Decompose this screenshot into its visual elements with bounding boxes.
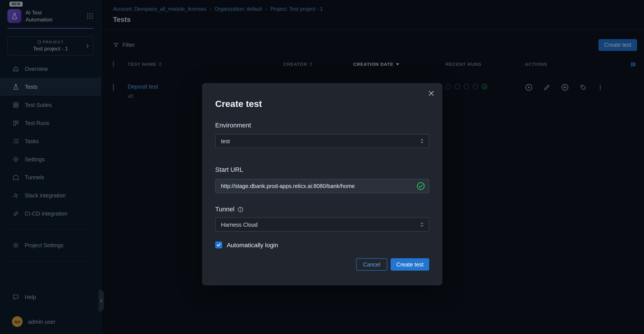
tunnel-label: Tunnel xyxy=(215,206,429,213)
tunnel-selected-value: Harness Cloud xyxy=(221,221,258,228)
auto-login-checkbox-row[interactable]: Automatically login xyxy=(215,241,429,248)
environment-selected-value: test xyxy=(221,138,230,144)
start-url-label: Start URL xyxy=(215,166,429,174)
modal-create-test-button[interactable]: Create test xyxy=(390,258,429,271)
environment-select[interactable]: test xyxy=(215,134,429,148)
auto-login-label: Automatically login xyxy=(227,241,278,248)
info-icon[interactable] xyxy=(237,206,244,213)
cancel-button[interactable]: Cancel xyxy=(356,258,387,271)
select-chevrons-icon xyxy=(420,221,424,228)
close-icon[interactable] xyxy=(428,90,435,97)
modal-actions: Cancel Create test xyxy=(215,258,429,271)
app-root: NEW AI Test Automation xyxy=(0,0,644,334)
modal-title: Create test xyxy=(215,99,429,109)
url-valid-check-icon xyxy=(416,182,425,191)
tunnel-select[interactable]: Harness Cloud xyxy=(215,218,429,232)
select-chevrons-icon xyxy=(420,138,424,144)
environment-label: Environment xyxy=(215,122,429,129)
create-test-modal: Create test Environment test Start URL h… xyxy=(202,83,442,285)
auto-login-checkbox[interactable] xyxy=(215,241,222,248)
start-url-value: http://stage.dbank.prod-apps.relicx.ai:8… xyxy=(221,183,355,189)
start-url-input[interactable]: http://stage.dbank.prod-apps.relicx.ai:8… xyxy=(215,179,429,193)
